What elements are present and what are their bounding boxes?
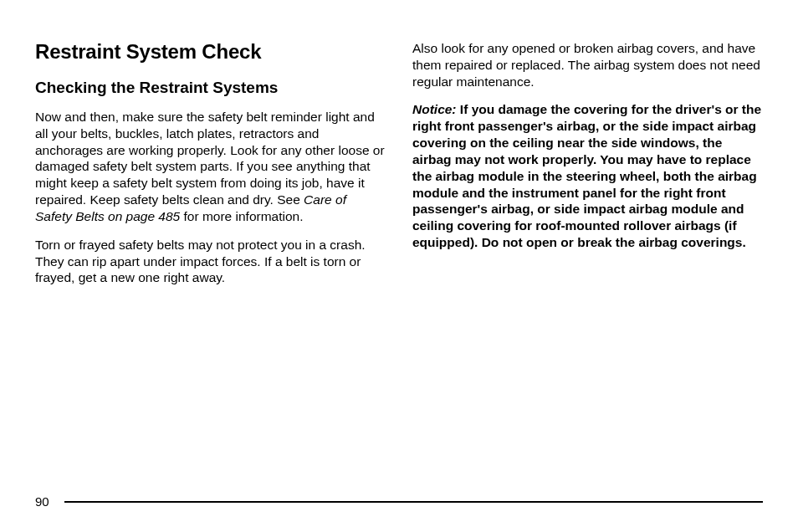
body-paragraph: Torn or frayed safety belts may not prot… <box>35 237 386 286</box>
notice-paragraph: Notice: If you damage the covering for t… <box>412 101 763 250</box>
page-footer: 90 <box>35 494 763 509</box>
left-column: Restraint System Check Checking the Rest… <box>35 40 386 298</box>
main-heading: Restraint System Check <box>35 40 386 64</box>
footer-rule <box>64 501 763 503</box>
content-columns: Restraint System Check Checking the Rest… <box>35 40 763 298</box>
body-paragraph: Also look for any opened or broken airba… <box>412 40 763 90</box>
right-column: Also look for any opened or broken airba… <box>412 40 763 298</box>
notice-body: If you damage the covering for the drive… <box>412 102 761 249</box>
notice-label: Notice: <box>412 102 457 116</box>
body-paragraph: Now and then, make sure the safety belt … <box>35 109 386 225</box>
body-text: for more information. <box>180 209 303 223</box>
page-number: 90 <box>35 494 49 509</box>
sub-heading: Checking the Restraint Systems <box>35 79 386 97</box>
